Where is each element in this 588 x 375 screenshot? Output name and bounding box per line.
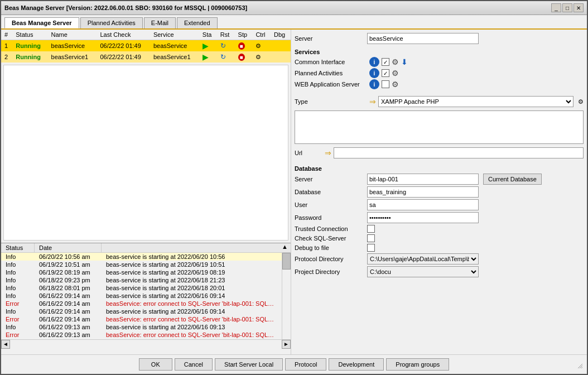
- log-row[interactable]: Info 06/16/22 09:13 am beas-service is s…: [1, 323, 291, 331]
- log-row[interactable]: Error 06/16/22 09:14 am beasService: err…: [1, 315, 291, 323]
- table-row[interactable]: 1 Running beasService 06/22/22 01:49 bea…: [1, 40, 291, 52]
- cell-ctrl[interactable]: ⚙: [252, 40, 271, 52]
- cell-ctrl[interactable]: ⚙: [252, 51, 271, 62]
- cell-rst[interactable]: ↻: [217, 51, 235, 62]
- debug-file-checkbox[interactable]: [367, 244, 375, 252]
- text-area[interactable]: [295, 110, 584, 144]
- development-button[interactable]: Development: [329, 358, 384, 371]
- url-input[interactable]: [334, 147, 584, 158]
- log-row[interactable]: Info 06/19/22 10:51 am beas-service is s…: [1, 261, 291, 268]
- horiz-track: [10, 340, 282, 348]
- log-row[interactable]: Info 06/18/22 09:23 pm beas-service is s…: [1, 276, 291, 284]
- cell-num: 1: [1, 40, 12, 52]
- log-cell-date: 06/19/22 10:51 am: [35, 261, 102, 268]
- log-row[interactable]: Info 06/16/22 09:14 am beas-service is s…: [1, 307, 291, 315]
- protocol-button[interactable]: Protocol: [285, 358, 326, 371]
- horizontal-scrollbar: ◄ ►: [1, 339, 291, 348]
- db-database-row: Database: [295, 186, 584, 198]
- type-select[interactable]: XAMPP Apache PHP IIS Apache: [378, 96, 573, 107]
- web-app-settings-icon[interactable]: ⚙: [392, 80, 399, 89]
- program-groups-button[interactable]: Program groups: [386, 358, 449, 371]
- scroll-left-btn[interactable]: ◄: [1, 340, 10, 349]
- common-interface-download-icon[interactable]: ⬇: [401, 57, 408, 66]
- play-icon[interactable]: ▶: [203, 52, 209, 61]
- log-row[interactable]: Info 06/20/22 10:56 am beas-service is s…: [1, 253, 291, 261]
- maximize-button[interactable]: □: [562, 3, 572, 12]
- log-cell-message: beas-service is starting at 2022/06/20 1…: [102, 253, 282, 261]
- log-row[interactable]: Info 06/19/22 08:19 am beas-service is s…: [1, 268, 291, 276]
- log-cell-date: 06/18/22 08:01 pm: [35, 284, 102, 292]
- close-button[interactable]: ✕: [573, 3, 584, 12]
- log-table: Info 06/20/22 10:56 am beas-service is s…: [1, 253, 291, 339]
- refresh-icon[interactable]: ↻: [220, 53, 226, 61]
- minimize-button[interactable]: _: [551, 3, 561, 12]
- scroll-thumb[interactable]: [282, 253, 291, 270]
- common-interface-info-icon[interactable]: i: [369, 57, 379, 67]
- cell-service: beasService: [150, 40, 199, 52]
- cell-sta[interactable]: ▶: [199, 51, 217, 62]
- debug-file-label: Debug to file: [295, 244, 367, 251]
- protocol-dir-select[interactable]: C:\Users\gaje\AppData\Local\Temp\beas\: [367, 253, 479, 265]
- db-server-input[interactable]: [367, 174, 479, 185]
- type-row: Type ⇒ XAMPP Apache PHP IIS Apache ⚙: [295, 96, 584, 107]
- start-server-button[interactable]: Start Server Local: [215, 358, 283, 371]
- table-row[interactable]: 2 Running beasService1 06/22/22 01:49 be…: [1, 51, 291, 62]
- log-cell-status: Info: [1, 292, 35, 300]
- stop-icon[interactable]: ■: [238, 54, 245, 61]
- play-icon[interactable]: ▶: [203, 41, 209, 50]
- stop-icon[interactable]: ■: [238, 42, 245, 50]
- project-dir-select[interactable]: C:\docu: [367, 266, 479, 277]
- log-row[interactable]: Error 06/16/22 09:13 am beasService: err…: [1, 331, 291, 339]
- service-row-planned: Planned Activities i ⚙: [295, 68, 584, 78]
- window-controls: _ □ ✕: [551, 3, 584, 12]
- col-stp: Stp: [235, 30, 253, 40]
- ok-button[interactable]: OK: [139, 358, 172, 371]
- cell-stp[interactable]: ■: [235, 51, 253, 62]
- common-interface-checkbox[interactable]: [382, 58, 389, 66]
- planned-activities-settings-icon[interactable]: ⚙: [392, 69, 399, 78]
- db-user-input[interactable]: [367, 199, 479, 210]
- type-settings-icon[interactable]: ⚙: [578, 98, 584, 105]
- log-cell-date: 06/18/22 09:23 pm: [35, 276, 102, 284]
- tab-beas-manage[interactable]: Beas Manage Server: [4, 17, 79, 28]
- log-cell-date: 06/16/22 09:13 am: [35, 323, 102, 331]
- planned-activities-checkbox[interactable]: [382, 69, 389, 77]
- col-ctrl: Ctrl: [252, 30, 271, 40]
- trusted-connection-checkbox[interactable]: [367, 225, 375, 233]
- db-password-input[interactable]: [367, 212, 479, 223]
- current-database-button[interactable]: Current Database: [483, 174, 542, 185]
- cell-rst[interactable]: ↻: [217, 40, 235, 52]
- tab-extended[interactable]: Extended: [177, 17, 217, 28]
- cell-stp[interactable]: ■: [235, 40, 253, 52]
- log-cell-date: 06/16/22 09:14 am: [35, 307, 102, 315]
- server-label: Server: [295, 35, 367, 42]
- refresh-icon[interactable]: ↻: [220, 42, 226, 50]
- log-row[interactable]: Error 06/16/22 09:14 am beasService: err…: [1, 300, 291, 307]
- tab-planned-activities[interactable]: Planned Activities: [80, 17, 143, 28]
- service-row-common: Common Interface i ⚙ ⬇: [295, 57, 584, 67]
- cell-sta[interactable]: ▶: [199, 40, 217, 52]
- scroll-up-btn[interactable]: ▲: [282, 243, 291, 252]
- services-grid: Common Interface i ⚙ ⬇ Planned Activitie…: [295, 57, 584, 89]
- server-input[interactable]: [367, 33, 479, 44]
- web-app-info-icon[interactable]: i: [369, 79, 379, 89]
- db-user-label: User: [295, 201, 367, 208]
- url-label: Url: [295, 150, 322, 156]
- log-row[interactable]: Info 06/18/22 08:01 pm beas-service is s…: [1, 284, 291, 292]
- log-cell-message: beas-service is starting at 2022/06/16 0…: [102, 307, 282, 315]
- scroll-right-btn[interactable]: ►: [282, 340, 291, 349]
- gear-icon[interactable]: ⚙: [256, 42, 261, 49]
- cancel-button[interactable]: Cancel: [175, 358, 213, 371]
- bottom-bar: OK Cancel Start Server Local Protocol De…: [1, 354, 587, 374]
- gear-icon[interactable]: ⚙: [256, 54, 261, 60]
- tab-email[interactable]: E-Mail: [144, 17, 176, 28]
- database-section: Database Server Current Database Databas…: [295, 163, 584, 279]
- common-interface-settings-icon[interactable]: ⚙: [392, 57, 399, 66]
- check-sql-checkbox[interactable]: [367, 234, 375, 242]
- resize-handle[interactable]: [577, 363, 584, 371]
- web-app-checkbox[interactable]: [382, 80, 389, 88]
- log-row[interactable]: Info 06/16/22 09:14 am beas-service is s…: [1, 292, 291, 300]
- db-database-input[interactable]: [367, 186, 479, 198]
- log-cell-status: Error: [1, 331, 35, 339]
- planned-activities-info-icon[interactable]: i: [369, 68, 379, 78]
